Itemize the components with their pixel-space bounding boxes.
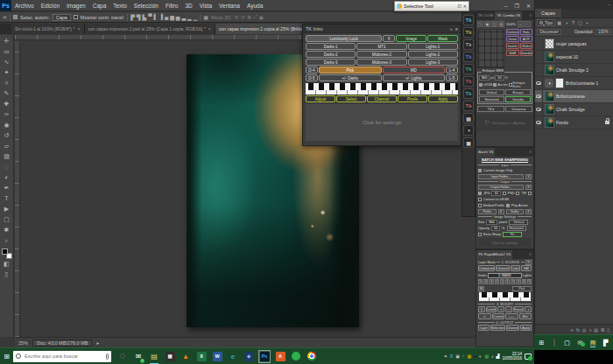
batch-settings-area[interactable]: Click for settings xyxy=(478,238,532,248)
tk-lights-button[interactable]: +/- Lights xyxy=(383,74,446,81)
size-field[interactable]: 800 xyxy=(486,220,497,225)
layer-mask-thumbnail[interactable] xyxy=(555,78,564,88)
web-size-field[interactable]: 800 xyxy=(479,75,490,80)
align-icon[interactable]: ▆ xyxy=(170,14,174,20)
zoom-out-icon[interactable]: − xyxy=(525,21,531,27)
desat-button[interactable]: Desat xyxy=(506,36,519,42)
tk-darks-3-button[interactable]: Darks-3 xyxy=(306,59,356,66)
visibility-toggle[interactable] xyxy=(535,64,543,77)
eyedropper-tool[interactable]: ✎ xyxy=(1,88,12,99)
layer-row-especial-10[interactable]: especial 10 xyxy=(535,51,613,64)
tk-panel-icon-7[interactable]: Tk xyxy=(463,88,474,99)
modify-focus-button[interactable]: Focus xyxy=(513,306,524,312)
visibility-toggle[interactable] xyxy=(535,90,543,103)
encajar-button[interactable]: Encajar xyxy=(505,89,531,95)
shape-tool[interactable]: ▢ xyxy=(1,214,12,225)
selective-tool-window[interactable]: Selective Tool ⊡ ✕ xyxy=(394,1,469,11)
pixel-filter-icon[interactable]: ▦ xyxy=(556,20,562,25)
layer-row-chalk-smudge-2[interactable]: Chalk Smudge 2 xyxy=(535,64,613,77)
layer-row-chalk-smudge[interactable]: Chalk Smudge xyxy=(535,103,613,116)
s-m-button[interactable]: S&M xyxy=(506,50,519,56)
folder-icon[interactable]: ▤ xyxy=(463,113,474,123)
taskbar-app-mail[interactable]: ✉1 xyxy=(132,350,144,363)
extra-sharp-checkbox[interactable] xyxy=(478,233,482,236)
menu-ayuda[interactable]: Ayuda xyxy=(243,3,266,9)
blur-tool[interactable]: ◌ xyxy=(1,162,12,172)
quick-select-tool[interactable]: ✦ xyxy=(1,67,12,78)
tk-luminosity-lock-button[interactable]: Luminosity Lock xyxy=(306,35,382,42)
shape-filter-icon[interactable]: ▢ xyxy=(577,20,583,25)
tk-panel-icon-6[interactable]: Tk xyxy=(463,76,474,87)
close-icon[interactable]: ✕ xyxy=(526,3,531,9)
zoom-in-icon[interactable]: + xyxy=(518,21,524,27)
start-button-2[interactable]: ⊞ xyxy=(537,340,546,346)
menu-archivo[interactable]: Archivo xyxy=(11,3,38,9)
yin-yang-icon[interactable]: ◑ xyxy=(463,125,474,136)
moon-icon[interactable]: ◐ xyxy=(479,354,482,359)
tk-panel-icon-2[interactable]: Tk xyxy=(463,27,474,38)
onedrive-icon[interactable]: ▣ xyxy=(455,354,460,359)
volume-icon[interactable]: ♪ xyxy=(491,354,494,359)
rapidmask-piano-keys[interactable] xyxy=(479,292,531,301)
upload-icon[interactable]: ↑ xyxy=(462,354,465,359)
horizontal-button[interactable]: Horizontal xyxy=(479,96,504,102)
tk-channel-button[interactable]: Channel xyxy=(367,95,397,102)
luminosity-piano-keys[interactable] xyxy=(306,83,458,94)
healing-brush-tool[interactable]: ✚ xyxy=(1,99,12,109)
combo-tool-grid[interactable] xyxy=(477,29,505,68)
tk-intro-settings-area[interactable]: Click for settings xyxy=(306,104,458,141)
tk-panel-icon-4[interactable]: Tk xyxy=(463,52,474,62)
visibility-toggle[interactable] xyxy=(535,116,543,130)
document-tab[interactable]: Sin título-1 al 100% (RGB/8*) *× xyxy=(11,24,85,34)
menu-selecci-n[interactable]: Selección xyxy=(130,3,162,9)
acr-button[interactable]: ACR xyxy=(520,36,533,42)
auto-select-dropdown[interactable]: Capa xyxy=(53,14,71,21)
menu-ventana[interactable]: Ventana xyxy=(215,3,243,9)
tk-lights-2-button[interactable]: Lights-2 xyxy=(408,51,458,58)
menu-vista[interactable]: Vista xyxy=(196,3,215,9)
mask-strength-2-button[interactable]: 2 xyxy=(495,279,499,284)
zoom-tool[interactable]: ⌕ xyxy=(1,235,12,246)
modify-curves-button[interactable]: Curves xyxy=(492,313,505,319)
menu-imagen[interactable]: Imagen xyxy=(63,3,89,9)
jpg-checkbox[interactable] xyxy=(478,192,482,195)
link-layers-icon[interactable]: ∞ xyxy=(570,327,574,332)
layer-row-mujer-paraguas[interactable]: mujer paraguas xyxy=(535,38,613,51)
tk-midtones-3-button[interactable]: Midtones-3 xyxy=(356,59,406,66)
brush-tool[interactable]: ✑ xyxy=(1,109,12,120)
output-layer-button[interactable]: Layer xyxy=(478,325,490,331)
tk-midtones-2-button[interactable]: Midtones-2 xyxy=(356,51,406,58)
tk-darks-button[interactable]: +/- Darks xyxy=(319,74,382,81)
zoom-level[interactable]: 25% xyxy=(18,340,28,346)
opacity-dropdown[interactable]: 100% xyxy=(595,29,611,35)
layer-style-icon[interactable]: fx xyxy=(576,327,580,332)
acci-n-checkbox[interactable] xyxy=(493,83,497,87)
tk-lights-1-button[interactable]: Lights-1 xyxy=(408,43,458,50)
align-icon[interactable]: ▂ xyxy=(187,14,192,20)
taskbar-app-green-circle-app[interactable] xyxy=(290,350,302,363)
align-icon[interactable]: ▛ xyxy=(130,14,135,20)
tk-mask-button[interactable]: Mask xyxy=(427,35,458,42)
adjustment-layer-icon[interactable]: ◑ xyxy=(588,327,591,332)
modify-item-button[interactable]: ▭ xyxy=(505,306,512,312)
current-image-checkbox[interactable] xyxy=(478,169,482,172)
mask-strength-4-button[interactable]: 4 xyxy=(483,279,488,284)
taskbar-app-file-explorer[interactable]: ▤ xyxy=(148,350,160,363)
sat-button[interactable]: SAT xyxy=(521,265,532,271)
taskbar-app-orange-adobe-app[interactable]: A xyxy=(274,350,286,363)
network-icon[interactable]: ▟ xyxy=(497,354,500,359)
layer-thumbnail[interactable] xyxy=(545,38,554,49)
tk-panel-icon-5[interactable]: Tk xyxy=(463,64,474,74)
type-filter-icon[interactable]: T xyxy=(570,20,576,25)
frame-icon[interactable]: ▣ xyxy=(463,137,474,148)
taskbar-app-photoshop[interactable]: Ps xyxy=(258,350,271,363)
srgb-checkbox[interactable] xyxy=(479,83,483,87)
lasso-tool[interactable]: ∿ xyxy=(1,57,12,67)
usuario-menu-button[interactable]: Usuario ▸ xyxy=(505,106,532,112)
taskbar-app-blue-app[interactable]: ◆ xyxy=(243,350,255,363)
prefix-button[interactable]: Prefix xyxy=(478,209,497,214)
tk-pixels-button[interactable]: Pixels xyxy=(398,95,427,102)
panel-menu-icon[interactable]: ≡ xyxy=(527,148,533,157)
taskbar-clock[interactable]: 22:14 10/05/2016 xyxy=(502,352,522,361)
output-clear-button[interactable]: X xyxy=(525,185,532,190)
